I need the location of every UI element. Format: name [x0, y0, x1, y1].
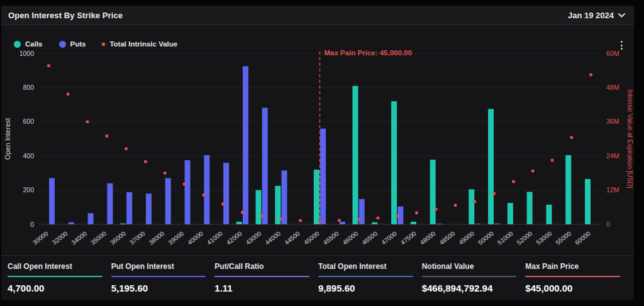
call-bar-51000[interactable] [508, 203, 513, 224]
stat-underline [525, 276, 620, 277]
stat-label: Put Open Interest [111, 262, 206, 271]
intrinsic-point-32000[interactable] [67, 93, 70, 96]
intrinsic-point-51000[interactable] [512, 180, 515, 183]
stat-label: Put/Call Ratio [214, 262, 309, 271]
x-axis-label: 46500 [360, 230, 379, 246]
intrinsic-point-30000[interactable] [47, 64, 50, 67]
put-bar-49000[interactable] [475, 224, 480, 224]
stat-label: Total Open Interest [318, 262, 413, 271]
x-axis-label: 55000 [554, 230, 572, 246]
stat-value: 9,895.60 [318, 283, 413, 293]
stat-put-open-interest: Put Open Interest5,195.60 [111, 262, 215, 300]
stat-max-pain-price: Max Pain Price$45,000.00 [525, 262, 629, 300]
intrinsic-point-60000[interactable] [589, 74, 592, 77]
put-bar-42000[interactable] [243, 66, 248, 224]
intrinsic-point-37000[interactable] [144, 160, 147, 163]
put-bar-36000[interactable] [126, 192, 132, 224]
put-bar-43000[interactable] [262, 107, 268, 224]
intrinsic-point-40000[interactable] [202, 194, 205, 197]
call-bar-42000[interactable] [236, 222, 242, 224]
x-axis-label: 53000 [535, 230, 553, 246]
put-bar-40000[interactable] [204, 155, 209, 224]
x-axis-label: 45500 [322, 230, 340, 246]
intrinsic-point-47500[interactable] [415, 212, 418, 215]
x-axis-label: 60000 [574, 230, 592, 246]
x-axis-label: 34000 [70, 230, 89, 246]
call-bar-49000[interactable] [469, 189, 474, 224]
x-axis-label: 52000 [516, 230, 534, 246]
stat-notional-value: Notional Value$466,894,792.94 [422, 262, 526, 300]
right-axis-tick: 60M [606, 50, 619, 57]
stat-underline [111, 276, 206, 277]
x-axis-label: 32000 [51, 230, 69, 246]
intrinsic-point-34000[interactable] [86, 121, 89, 124]
open-interest-panel: Open Interest By Strike Price Jan 19 202… [1, 6, 634, 300]
intrinsic-point-47000[interactable] [396, 214, 399, 217]
call-bar-46000[interactable] [352, 86, 358, 224]
call-bar-48000[interactable] [430, 160, 436, 224]
intrinsic-point-55000[interactable] [570, 136, 574, 139]
left-axis-tick: 0 [30, 221, 34, 228]
date-label: Jan 19 2024 [568, 11, 614, 20]
intrinsic-point-45000[interactable] [318, 220, 321, 223]
intrinsic-point-48000[interactable] [435, 208, 438, 211]
put-bar-35000[interactable] [107, 183, 113, 224]
intrinsic-point-44000[interactable] [280, 217, 283, 221]
intrinsic-point-53000[interactable] [551, 159, 554, 162]
call-bar-47500[interactable] [411, 222, 416, 224]
put-bar-48000[interactable] [436, 224, 442, 224]
intrinsic-point-39000[interactable] [183, 183, 186, 186]
date-selector[interactable]: Jan 19 2024 [568, 11, 625, 20]
put-bar-39000[interactable] [185, 160, 191, 224]
call-bar-52000[interactable] [527, 192, 533, 224]
open-interest-chart: 02004006008001000012M24M36M48M60MOpen In… [1, 25, 634, 255]
put-bar-45500[interactable] [340, 222, 345, 224]
put-bar-32000[interactable] [69, 222, 74, 224]
x-axis-label: 44000 [264, 230, 282, 246]
intrinsic-point-42000[interactable] [241, 211, 244, 214]
x-axis-label: 43000 [245, 230, 263, 246]
intrinsic-point-38000[interactable] [164, 172, 167, 175]
call-bar-60000[interactable] [585, 179, 591, 224]
chevron-down-icon [618, 13, 625, 18]
put-bar-41000[interactable] [223, 163, 229, 224]
call-bar-53000[interactable] [546, 205, 552, 224]
intrinsic-point-46000[interactable] [357, 218, 360, 221]
call-bar-47000[interactable] [391, 101, 397, 224]
call-bar-50000[interactable] [488, 109, 494, 224]
stat-value: $466,894,792.94 [422, 283, 517, 293]
call-bar-43000[interactable] [256, 190, 262, 224]
call-bar-46500[interactable] [372, 222, 377, 224]
x-axis-label: 36000 [109, 230, 127, 246]
x-axis-label: 50000 [477, 230, 495, 246]
put-bar-50000[interactable] [494, 224, 500, 224]
put-bar-34000[interactable] [88, 213, 94, 224]
intrinsic-point-43000[interactable] [260, 215, 264, 218]
call-bar-55000[interactable] [565, 155, 571, 224]
intrinsic-point-44500[interactable] [299, 219, 302, 222]
x-axis-label: 47000 [380, 230, 398, 246]
put-bar-45000[interactable] [320, 129, 326, 224]
call-bar-45000[interactable] [314, 170, 319, 224]
intrinsic-point-35000[interactable] [106, 134, 109, 138]
stat-value: $45,000.00 [525, 283, 620, 293]
intrinsic-point-45500[interactable] [338, 219, 341, 222]
intrinsic-point-52000[interactable] [531, 170, 535, 173]
x-axis-label: 45000 [303, 230, 321, 246]
x-axis-label: 39000 [167, 230, 185, 246]
put-bar-30000[interactable] [49, 178, 55, 224]
intrinsic-point-41000[interactable] [221, 203, 225, 206]
intrinsic-point-46500[interactable] [377, 217, 380, 220]
intrinsic-point-50000[interactable] [492, 192, 496, 195]
put-bar-44000[interactable] [282, 170, 287, 224]
stat-underline [214, 276, 309, 277]
call-bar-36000[interactable] [120, 224, 126, 224]
intrinsic-point-49000[interactable] [474, 200, 477, 203]
stat-label: Notional Value [422, 262, 517, 271]
stat-value: 5,195.60 [111, 283, 206, 293]
put-bar-37000[interactable] [146, 194, 152, 224]
intrinsic-point-48500[interactable] [454, 204, 457, 207]
put-bar-38000[interactable] [165, 178, 171, 224]
stat-label: Call Open Interest [8, 262, 103, 271]
intrinsic-point-36000[interactable] [125, 148, 128, 151]
